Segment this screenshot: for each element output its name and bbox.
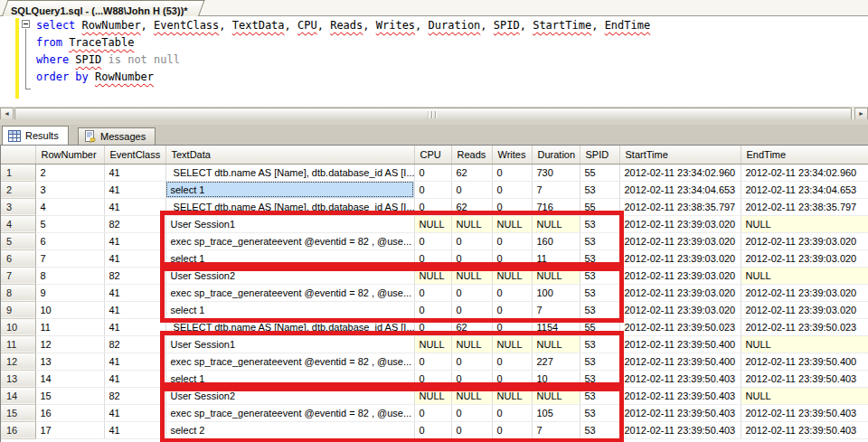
column-header-rownumber[interactable]: RowNumber	[35, 146, 104, 164]
grid-cell[interactable]: 0	[414, 284, 451, 301]
grid-cell[interactable]: NULL	[414, 267, 451, 284]
grid-cell[interactable]: 53	[580, 387, 619, 404]
grid-cell[interactable]: 2012-02-11 23:39:50.403	[619, 370, 741, 387]
grid-cell[interactable]: 0	[451, 353, 492, 370]
tab-results[interactable]: Results	[2, 126, 69, 145]
grid-cell[interactable]: 41	[104, 164, 165, 181]
row-header[interactable]: 6	[1, 249, 35, 267]
column-header-writes[interactable]: Writes	[492, 146, 532, 164]
scroll-right-arrow-icon[interactable]: ►	[854, 108, 868, 120]
column-header-eventclass[interactable]: EventClass	[104, 146, 165, 164]
grid-cell[interactable]: 41	[104, 284, 165, 301]
grid-cell[interactable]: 2012-02-11 23:39:03.020	[741, 301, 868, 318]
grid-cell[interactable]: User Session2	[165, 267, 414, 284]
grid-cell[interactable]: 11	[532, 249, 580, 267]
column-header-starttime[interactable]: StartTime	[619, 146, 741, 164]
grid-cell[interactable]: 41	[104, 353, 165, 370]
grid-cell[interactable]: 53	[580, 284, 619, 301]
grid-cell[interactable]: 2012-02-11 23:34:04.653	[619, 181, 741, 198]
grid-cell[interactable]: 0	[451, 249, 492, 267]
grid-cell[interactable]: 0	[414, 232, 451, 249]
grid-cell[interactable]: 0	[451, 301, 492, 318]
grid-cell[interactable]: exec sp_trace_generateevent @eventid = 8…	[165, 232, 414, 249]
grid-cell[interactable]: SELECT dtb.name AS [Name], dtb.database_…	[165, 198, 414, 215]
grid-cell[interactable]: 53	[580, 181, 619, 198]
grid-cell[interactable]: SELECT dtb.name AS [Name], dtb.database_…	[165, 318, 414, 335]
grid-cell[interactable]: NULL	[532, 267, 580, 284]
grid-cell[interactable]: 2012-02-11 23:39:50.400	[619, 335, 741, 353]
row-header[interactable]: 5	[1, 232, 35, 249]
grid-cell[interactable]: 55	[580, 164, 619, 181]
grid-cell[interactable]: 12	[35, 335, 104, 353]
sql-code[interactable]: select RowNumber, EventClass, TextData, …	[36, 17, 650, 86]
grid-cell[interactable]: 17	[35, 421, 104, 438]
row-header[interactable]: 13	[1, 370, 35, 387]
row-header[interactable]: 9	[1, 301, 35, 318]
grid-cell[interactable]: 2012-02-11 23:39:50.403	[741, 370, 868, 387]
header-gutter[interactable]	[1, 146, 35, 164]
grid-cell[interactable]: 0	[414, 198, 451, 215]
grid-cell[interactable]: NULL	[532, 335, 580, 353]
row-header[interactable]: 8	[1, 284, 35, 301]
grid-cell[interactable]: 160	[532, 232, 580, 249]
grid-cell[interactable]: 41	[104, 301, 165, 318]
grid-cell[interactable]: NULL	[492, 335, 532, 353]
grid-cell[interactable]: 2012-02-11 23:39:50.403	[741, 421, 868, 438]
column-header-cpu[interactable]: CPU	[414, 146, 451, 164]
grid-cell[interactable]: NULL	[414, 215, 451, 232]
grid-cell[interactable]: NULL	[451, 387, 492, 404]
grid-cell[interactable]: NULL	[532, 387, 580, 404]
grid-cell[interactable]: 7	[532, 301, 580, 318]
grid-cell[interactable]: 0	[492, 284, 532, 301]
grid-cell[interactable]: 41	[104, 318, 165, 335]
grid-cell[interactable]: 0	[414, 318, 451, 335]
grid-cell[interactable]: 2012-02-11 23:39:50.023	[619, 318, 741, 335]
grid-cell[interactable]: 0	[492, 370, 532, 387]
grid-cell[interactable]: 0	[492, 318, 532, 335]
row-header[interactable]: 11	[1, 335, 35, 353]
grid-cell[interactable]: SELECT dtb.name AS [Name], dtb.database_…	[165, 164, 414, 181]
grid-cell[interactable]: 2012-02-11 23:38:35.797	[741, 198, 868, 215]
grid-cell[interactable]: 62	[451, 318, 492, 335]
grid-cell[interactable]: 2012-02-11 23:34:04.653	[741, 181, 868, 198]
grid-cell[interactable]: 53	[580, 215, 619, 232]
grid-cell[interactable]: 53	[580, 353, 619, 370]
grid-cell[interactable]: select 1	[165, 181, 414, 198]
grid-cell[interactable]: NULL	[414, 387, 451, 404]
row-header[interactable]: 4	[1, 215, 35, 232]
grid-cell[interactable]: 53	[580, 301, 619, 318]
grid-cell[interactable]: NULL	[451, 335, 492, 353]
grid-cell[interactable]: 0	[414, 301, 451, 318]
grid-cell[interactable]: 3	[35, 181, 104, 198]
grid-cell[interactable]: 2012-02-11 23:39:50.403	[619, 404, 741, 421]
grid-cell[interactable]: 2012-02-11 23:39:50.403	[619, 387, 741, 404]
grid-cell[interactable]: 41	[104, 198, 165, 215]
grid-cell[interactable]: select 1	[165, 249, 414, 267]
row-header[interactable]: 16	[1, 421, 35, 438]
collapse-region-icon[interactable]	[22, 20, 30, 28]
grid-cell[interactable]: 41	[104, 404, 165, 421]
grid-cell[interactable]: 2012-02-11 23:34:02.960	[741, 164, 868, 181]
scrollbar-thumb[interactable]	[14, 108, 852, 120]
scroll-left-arrow-icon[interactable]: ◄	[0, 108, 14, 120]
grid-cell[interactable]: 0	[414, 404, 451, 421]
grid-cell[interactable]: NULL	[741, 387, 868, 404]
grid-cell[interactable]: 2012-02-11 23:39:50.400	[741, 353, 868, 370]
grid-cell[interactable]: 62	[451, 198, 492, 215]
grid-cell[interactable]: 227	[532, 353, 580, 370]
grid-cell[interactable]: 4	[35, 198, 104, 215]
grid-cell[interactable]: 7	[532, 421, 580, 438]
grid-cell[interactable]: 0	[414, 353, 451, 370]
grid-cell[interactable]: 8	[35, 267, 104, 284]
grid-cell[interactable]: 2012-02-11 23:39:03.020	[619, 284, 741, 301]
grid-cell[interactable]: 15	[35, 387, 104, 404]
document-tab-sqlquery1[interactable]: SQLQuery1.sql - (...W88\John H (53))*	[2, 0, 199, 16]
grid-cell[interactable]: NULL	[492, 267, 532, 284]
grid-cell[interactable]: 55	[580, 318, 619, 335]
column-header-reads[interactable]: Reads	[451, 146, 492, 164]
column-header-duration[interactable]: Duration	[532, 146, 580, 164]
grid-cell[interactable]: 2012-02-11 23:39:03.020	[619, 301, 741, 318]
grid-cell[interactable]: 6	[35, 232, 104, 249]
grid-cell[interactable]: 41	[104, 181, 165, 198]
grid-cell[interactable]: User Session2	[165, 387, 414, 404]
